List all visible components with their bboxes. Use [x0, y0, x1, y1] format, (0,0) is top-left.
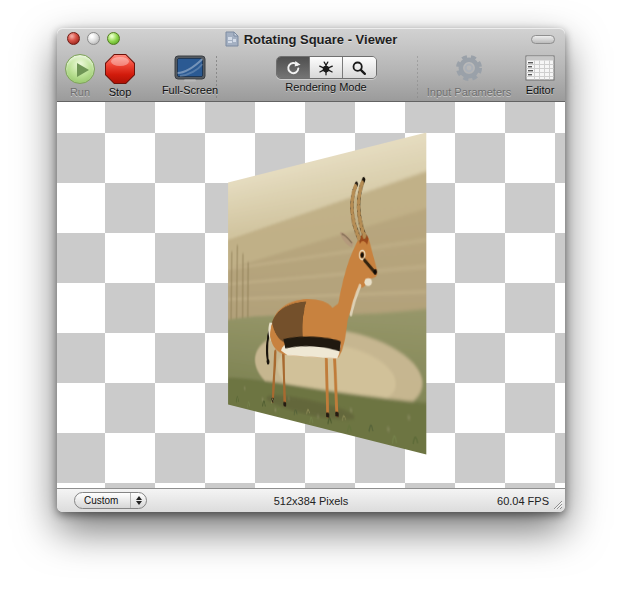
toolbar: Run Stop Full-Screen — [57, 50, 565, 102]
gear-icon — [453, 52, 485, 84]
rendering-mode-segmented-control — [276, 56, 377, 79]
gazelle-photo-illustration — [228, 132, 426, 454]
fullscreen-display-icon — [174, 55, 206, 82]
input-parameters-label: Input Parameters — [427, 86, 511, 98]
segment-rotate[interactable] — [277, 57, 310, 78]
status-bar: Custom 512x384 Pixels 60.04 FPS — [57, 488, 565, 512]
rotated-square-render — [228, 132, 426, 454]
fps-label: 60.04 FPS — [497, 495, 549, 507]
run-icon — [65, 54, 95, 84]
run-button[interactable]: Run — [65, 54, 95, 98]
dimensions-label: 512x384 Pixels — [57, 495, 565, 507]
viewer-window: Rotating Square - Viewer Run Stop — [57, 28, 565, 512]
rendering-mode-label: Rendering Mode — [285, 81, 366, 93]
segment-debug[interactable] — [310, 57, 343, 78]
stop-label: Stop — [109, 86, 132, 98]
toolbar-toggle-button[interactable] — [531, 35, 555, 44]
fullscreen-button[interactable]: Full-Screen — [158, 55, 222, 96]
titlebar[interactable]: Rotating Square - Viewer — [57, 28, 565, 50]
segment-inspect[interactable] — [343, 57, 376, 78]
window-title: Rotating Square - Viewer — [244, 32, 398, 47]
debug-bug-icon — [317, 59, 335, 77]
render-viewport — [57, 102, 565, 488]
toolbar-separator — [417, 56, 418, 98]
run-label: Run — [70, 86, 90, 98]
stop-icon — [105, 54, 135, 84]
rendering-mode-group: Rendering Mode — [276, 56, 376, 93]
resize-grip[interactable] — [551, 498, 563, 510]
document-proxy-icon — [225, 31, 239, 47]
magnifier-icon — [350, 59, 368, 77]
editor-button[interactable]: Editor — [520, 55, 560, 96]
window-header: Rotating Square - Viewer Run Stop — [57, 28, 565, 102]
editor-table-icon — [525, 55, 555, 82]
editor-label: Editor — [526, 84, 555, 96]
rotate-clockwise-icon — [284, 59, 302, 77]
fullscreen-label: Full-Screen — [162, 84, 218, 96]
stop-button[interactable]: Stop — [105, 54, 135, 98]
input-parameters-button[interactable]: Input Parameters — [423, 52, 515, 98]
